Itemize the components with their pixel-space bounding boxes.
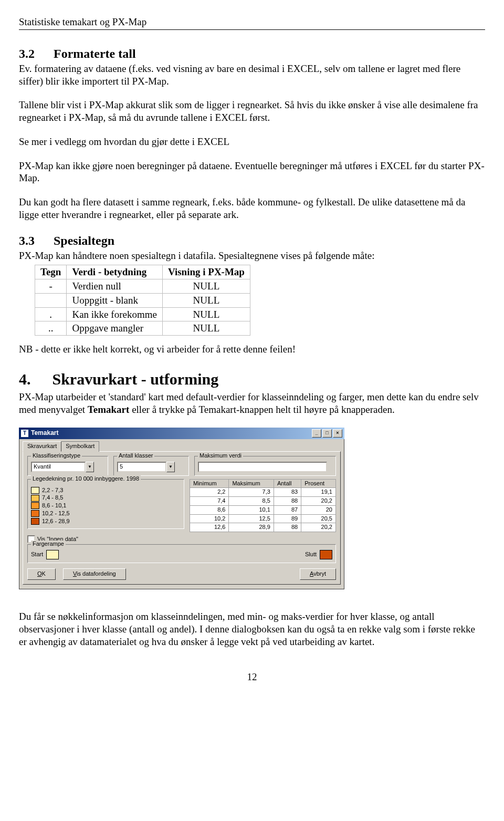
legend-swatch — [31, 510, 39, 517]
paragraph: PX-Map kan ikke gjøre noen beregninger p… — [19, 160, 485, 185]
legend-item: 2,2 - 7,3 — [31, 487, 181, 494]
paragraph: Du kan godt ha flere datasett i samme re… — [19, 196, 485, 221]
paragraph: Se mer i vedlegg om hvordan du gjør dett… — [19, 136, 485, 148]
section-title: Formaterte tall — [54, 47, 136, 60]
legend-swatch — [31, 502, 39, 509]
table-row: 2,27,38319,1 — [190, 488, 336, 497]
close-button[interactable]: × — [333, 429, 342, 438]
page-header: Statistiske temakart og PX-Map — [19, 16, 485, 30]
table-row: -Verdien nullNULL — [35, 279, 250, 294]
table-row: 7,48,58820,2 — [190, 497, 336, 506]
minimize-button[interactable]: _ — [312, 429, 321, 438]
group-classification: Klassifiseringstype — [31, 452, 82, 460]
group-color-ramp: Fargerampe — [31, 541, 66, 548]
table-row: 10,212,58920,5 — [190, 514, 336, 523]
paragraph: Tallene blir vist i PX-Map akkurat slik … — [19, 99, 485, 124]
th-sign: Tegn — [35, 265, 67, 279]
note-paragraph: NB - dette er ikke helt korrekt, og vi a… — [19, 343, 485, 356]
legend-list: 2,2 - 7,3 7,4 - 8,5 8,6 - 10,1 10,2 - 12… — [31, 487, 181, 525]
table-row: .Kan ikke forekommeNULL — [35, 307, 250, 321]
legend-swatch — [31, 487, 39, 494]
ramp-end-swatch[interactable] — [320, 550, 332, 559]
chevron-down-icon[interactable]: ▼ — [166, 462, 175, 472]
temakart-dialog: T Temakart _ □ × Skravurkart Symbolkart … — [19, 428, 344, 589]
table-row: 8,610,18720 — [190, 505, 336, 514]
chapter-num: 4. — [19, 369, 48, 389]
table-row: ..Oppgave manglerNULL — [35, 321, 250, 336]
group-class-count: Antall klasser — [117, 452, 154, 460]
show-distribution-button[interactable]: Vis datafordeling — [63, 568, 126, 580]
ramp-start-swatch[interactable] — [46, 550, 59, 559]
legend-swatch — [31, 495, 39, 502]
chapter-title: Skravurkart - utforming — [52, 370, 219, 388]
ramp-start-label: Start — [31, 551, 43, 558]
dialog-titlebar: T Temakart _ □ × — [19, 428, 344, 439]
table-row: Uoppgitt - blankNULL — [35, 293, 250, 307]
section-4-heading: 4. Skravurkart - utforming — [19, 369, 485, 389]
legend-swatch — [31, 518, 39, 525]
special-chars-table: Tegn Verdi - betydning Visning i PX-Map … — [35, 265, 250, 336]
tab-skravurkart[interactable]: Skravurkart — [23, 441, 61, 452]
paragraph: PX-Map kan håndtere noen spesialtegn i d… — [19, 250, 485, 262]
section-num: 3.2 — [19, 46, 50, 61]
group-max-value: Maksimum verdi — [198, 452, 243, 460]
cancel-button[interactable]: Avbryt — [300, 568, 336, 580]
th-display: Visning i PX-Map — [162, 265, 250, 279]
legend-item: 7,4 - 8,5 — [31, 494, 181, 502]
section-3-2-heading: 3.2 Formaterte tall — [19, 46, 485, 61]
legend-item: 8,6 - 10,1 — [31, 502, 181, 510]
tab-symbolkart[interactable]: Symbolkart — [61, 441, 99, 452]
classification-select[interactable]: Kvantil — [31, 462, 86, 472]
ramp-end-label: Slutt — [305, 551, 317, 558]
section-3-3-heading: 3.3 Spesialtegn — [19, 233, 485, 248]
max-value-input[interactable] — [198, 462, 327, 472]
maximize-button[interactable]: □ — [322, 429, 332, 438]
legend-item: 12,6 - 28,9 — [31, 518, 181, 525]
th-meaning: Verdi - betydning — [67, 265, 162, 279]
ok-button[interactable]: OK — [27, 568, 56, 580]
class-stats-table: Minimum Maksimum Antall Prosent 2,27,383… — [190, 479, 336, 533]
section-num: 3.3 — [19, 233, 50, 248]
section-title: Spesialtegn — [54, 234, 114, 247]
paragraph: Ev. formatering av dataene (f.eks. ved v… — [19, 63, 485, 88]
page-number: 12 — [19, 671, 485, 683]
dialog-title: Temakart — [31, 429, 58, 437]
group-legend: Legedekning pr. 10 000 innbyggere. 1998 — [31, 475, 141, 483]
chevron-down-icon[interactable]: ▼ — [86, 462, 94, 472]
app-icon: T — [21, 430, 28, 437]
legend-item: 10,2 - 12,5 — [31, 510, 181, 517]
paragraph: Du får se nøkkelinformasjon om klasseinn… — [19, 610, 485, 648]
table-row: 12,628,98820,2 — [190, 523, 336, 532]
paragraph: PX-Map utarbeider et 'standard' kart med… — [19, 391, 485, 416]
class-count-select[interactable]: 5 — [117, 462, 166, 472]
